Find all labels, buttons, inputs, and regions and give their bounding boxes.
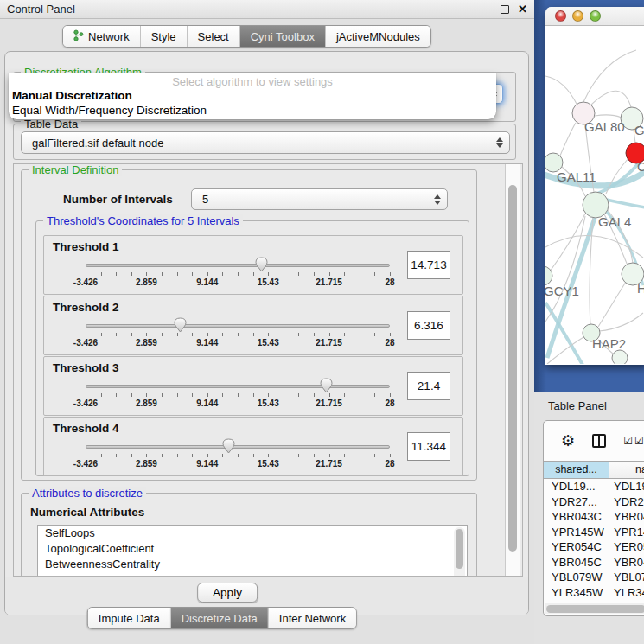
slider-track[interactable] <box>86 264 390 267</box>
table-header: shared... na <box>544 461 644 479</box>
attributes-group-title: Attributes to discretize <box>29 487 146 500</box>
tick-mark <box>344 454 345 457</box>
minimize-traffic-light-icon[interactable] <box>572 10 583 22</box>
dropdown-option-equal-width-frequency[interactable]: Equal Width/Frequency Discretization <box>9 103 496 118</box>
numerical-attributes-label: Numerical Attributes <box>30 506 144 519</box>
threshold-value-field[interactable]: 11.344 <box>407 432 450 461</box>
tick-label: 2.859 <box>136 459 157 469</box>
tick-mark <box>177 272 178 276</box>
slider-track[interactable] <box>86 324 390 328</box>
tick-label: -3.426 <box>73 277 98 287</box>
network-window: GAL80GCGAL11GAL4GCY1HHAP2 <box>545 7 644 365</box>
table-row[interactable]: YER054CYER054C <box>544 539 644 555</box>
combo-stepper-icon[interactable] <box>496 137 503 148</box>
tick-mark <box>298 393 299 397</box>
table-row[interactable]: YPR145WYPR145W <box>544 525 644 540</box>
column-header-shared-name[interactable]: shared... <box>544 462 609 478</box>
tick-mark <box>177 333 178 336</box>
float-window-icon[interactable] <box>501 5 509 14</box>
attributes-group: Attributes to discretize Numerical Attri… <box>21 493 477 577</box>
dropdown-option-manual-discretization[interactable]: Manual Discretization <box>9 88 496 103</box>
table-row[interactable]: YDL19...YDL19... <box>544 479 644 494</box>
tick-mark <box>131 454 132 457</box>
tick-mark <box>344 272 345 276</box>
tick-label: 15.43 <box>258 338 279 348</box>
tick-mark <box>390 393 391 397</box>
num-intervals-spinner[interactable]: 5 <box>191 188 448 210</box>
tick-label: -3.426 <box>73 399 98 408</box>
tick-mark <box>253 454 254 457</box>
tick-mark <box>86 333 86 336</box>
bottom-tab-impute-data[interactable]: Impute Data <box>88 608 170 628</box>
slider-thumb[interactable] <box>255 257 268 272</box>
tab-jactivemnodules[interactable]: jActiveMNodules <box>325 26 430 47</box>
apply-button[interactable]: Apply <box>197 583 258 603</box>
table-data-combo[interactable]: galFiltered.sif default node <box>21 131 510 154</box>
attribute-item-topologicalcoefficient[interactable]: TopologicalCoefficient <box>38 541 467 557</box>
zoom-traffic-light-icon[interactable] <box>590 10 601 22</box>
network-edge <box>545 76 577 105</box>
tick-mark <box>222 272 223 276</box>
slider-thumb[interactable] <box>174 317 187 333</box>
attribute-item-betweennesscentrality[interactable]: BetweennessCentrality <box>38 557 467 572</box>
close-traffic-light-icon[interactable] <box>555 10 566 22</box>
network-canvas[interactable]: GAL80GCGAL11GAL4GCY1HHAP2 <box>545 26 644 364</box>
tick-mark <box>162 333 163 336</box>
threshold-slider-1[interactable]: -3.4262.8599.14415.4321.71528 <box>61 255 407 293</box>
tab-network[interactable]: Network <box>63 26 140 47</box>
table-toolbar: ☑☑ <box>544 421 644 461</box>
threshold-slider-3[interactable]: -3.4262.8599.14415.4321.71528 <box>61 376 407 414</box>
cell-name: YDL19... <box>609 479 644 494</box>
list-scrollbar[interactable] <box>454 527 465 577</box>
table-row[interactable]: YBL079WYBL079W <box>544 570 644 585</box>
tick-mark <box>192 272 193 276</box>
tick-mark <box>86 393 86 397</box>
tick-label: 15.43 <box>258 459 279 469</box>
slider-thumb[interactable] <box>222 438 235 454</box>
tick-mark <box>192 393 193 397</box>
tick-mark <box>298 454 299 457</box>
panel-scrollbar-thumb[interactable] <box>508 185 517 552</box>
slider-track[interactable] <box>86 385 390 388</box>
tick-label: 2.859 <box>136 399 157 408</box>
tick-mark <box>284 454 284 457</box>
slider-tick-labels: -3.4262.8599.14415.4321.71528 <box>86 399 390 409</box>
close-icon[interactable]: ✕ <box>518 5 527 14</box>
cell-name: YBR045C <box>609 555 644 571</box>
threshold-slider-4[interactable]: -3.4262.8599.14415.4321.71528 <box>61 437 407 475</box>
cell-shared-name: YPR145W <box>544 525 609 540</box>
slider-thumb[interactable] <box>320 378 333 393</box>
bottom-tab-discretize-data[interactable]: Discretize Data <box>170 608 268 628</box>
threshold-panel-3: Threshold 3-3.4262.8599.14415.4321.71528… <box>43 356 463 416</box>
cell-shared-name: YBR043C <box>544 509 609 525</box>
tab-style[interactable]: Style <box>140 26 187 47</box>
table-hscrollbar[interactable] <box>545 603 644 614</box>
cell-name: YBR043C <box>609 509 644 525</box>
slider-track[interactable] <box>86 445 390 449</box>
table-row[interactable]: YBR043CYBR043C <box>544 509 644 525</box>
tab-cyni-toolbox[interactable]: Cyni Toolbox <box>239 26 325 47</box>
network-node[interactable] <box>612 350 628 364</box>
column-header-name[interactable]: na <box>609 462 644 478</box>
select-columns-icon[interactable]: ☑☑ <box>623 435 644 447</box>
table-row[interactable]: YLR345WYLR345W <box>544 585 644 601</box>
columns-icon[interactable] <box>592 434 606 448</box>
bottom-tab-infer-network[interactable]: Infer Network <box>268 608 356 628</box>
gear-icon[interactable] <box>561 431 575 450</box>
network-edge <box>560 123 576 156</box>
attribute-item-selfloops[interactable]: SelfLoops <box>38 526 467 541</box>
network-node-label: G <box>634 123 644 137</box>
table-hscrollbar-thumb[interactable] <box>546 605 644 613</box>
panel-scrollbar[interactable] <box>505 164 520 576</box>
spinner-stepper-icon[interactable] <box>434 194 441 205</box>
table-row[interactable]: YBR045CYBR045C <box>544 555 644 571</box>
threshold-value-field[interactable]: 21.4 <box>407 372 450 400</box>
tick-mark <box>360 393 360 397</box>
threshold-slider-2[interactable]: -3.4262.8599.14415.4321.71528 <box>61 316 407 354</box>
tab-select[interactable]: Select <box>187 26 239 47</box>
threshold-value-field[interactable]: 14.713 <box>407 251 450 279</box>
tick-mark <box>314 272 315 276</box>
tick-mark <box>329 272 330 276</box>
table-row[interactable]: YDR27...YDR27... <box>544 494 644 510</box>
threshold-value-field[interactable]: 6.316 <box>407 311 450 340</box>
